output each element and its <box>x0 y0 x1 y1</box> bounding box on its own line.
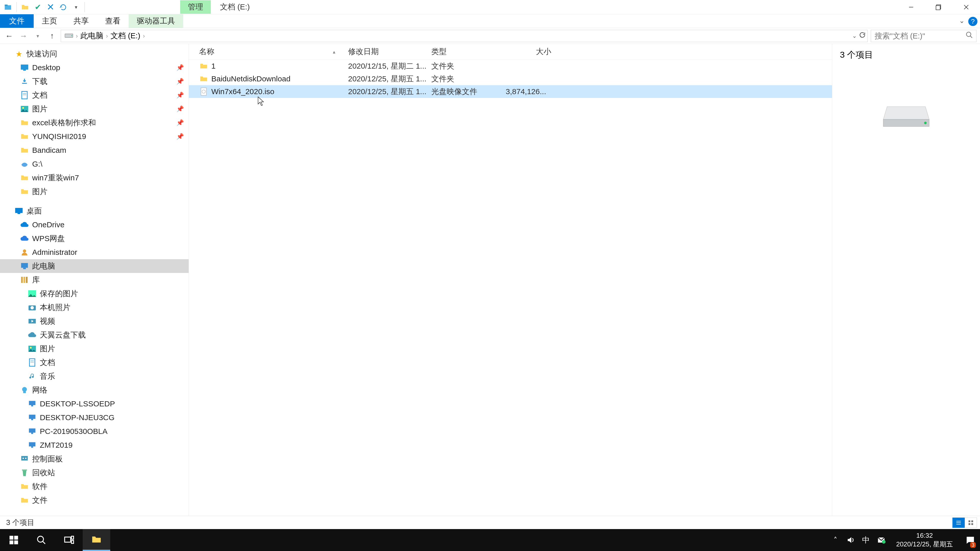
search-input[interactable] <box>875 32 973 40</box>
nav-item[interactable]: YUNQISHI2019📌 <box>0 130 189 143</box>
user-icon <box>20 248 29 257</box>
cursor-icon <box>257 97 266 109</box>
nav-back-button[interactable]: ← <box>3 30 15 41</box>
ribbon-tab-view[interactable]: 查看 <box>97 14 129 28</box>
share-icon <box>20 159 29 168</box>
chevron-right-icon[interactable]: › <box>76 32 78 40</box>
ribbon-tab-share[interactable]: 共享 <box>65 14 97 28</box>
nav-item[interactable]: 文件 <box>0 493 189 507</box>
nav-item[interactable]: ZMT2019 <box>0 438 189 452</box>
nav-label: Administrator <box>32 248 77 257</box>
ribbon-tab-drive-tools[interactable]: 驱动器工具 <box>129 14 183 28</box>
svg-rect-0 <box>5 5 11 10</box>
nav-item[interactable]: DESKTOP-LSSOEDP <box>0 397 189 411</box>
nav-item[interactable]: 本机照片 <box>0 300 189 314</box>
nav-item[interactable]: win7重装win7 <box>0 171 189 185</box>
column-date[interactable]: 修改日期 <box>348 46 431 57</box>
security-icon[interactable] <box>876 535 886 545</box>
task-view-button[interactable] <box>55 529 83 551</box>
folder-icon[interactable] <box>21 3 29 11</box>
svg-rect-70 <box>72 536 73 539</box>
search-icon[interactable] <box>966 31 973 41</box>
maximize-button[interactable] <box>925 0 953 14</box>
view-icons-button[interactable] <box>965 518 977 528</box>
file-row[interactable]: BaiduNetdiskDownload2020/12/25, 星期五 1...… <box>189 73 832 85</box>
nav-item[interactable]: DESKTOP-NJEU3CG <box>0 411 189 424</box>
taskbar[interactable]: ˄ 中 16:32 2020/12/25, 星期五 3 <box>0 529 980 551</box>
refresh-icon[interactable] <box>859 32 866 40</box>
ribbon-tab-home[interactable]: 主页 <box>34 14 65 28</box>
nav-item[interactable]: 软件 <box>0 480 189 493</box>
column-type[interactable]: 类型 <box>431 46 500 57</box>
nav-item[interactable]: 视频 <box>0 314 189 328</box>
qat-dropdown-icon[interactable]: ▾ <box>72 3 80 11</box>
properties-check-icon[interactable]: ✔ <box>33 3 42 11</box>
nav-item[interactable]: 图片 <box>0 342 189 356</box>
delete-x-icon[interactable]: ✕ <box>46 3 55 11</box>
pin-icon: 📌 <box>177 119 184 126</box>
svg-rect-12 <box>23 70 26 71</box>
nav-desktop-header[interactable]: 桌面 <box>0 204 189 218</box>
tray-overflow-icon[interactable]: ˄ <box>830 535 840 545</box>
svg-rect-34 <box>29 359 35 366</box>
search-button[interactable] <box>27 529 55 551</box>
undo-icon[interactable] <box>59 3 68 11</box>
nav-network-header[interactable]: 网络 <box>0 383 189 397</box>
nav-label: 保存的图片 <box>40 289 78 299</box>
video-icon <box>27 317 37 326</box>
column-headers[interactable]: 名称 ▴ 修改日期 类型 大小 <box>189 44 832 60</box>
nav-history-dropdown[interactable]: ▾ <box>32 30 43 41</box>
nav-quick-access[interactable]: ★ 快速访问 <box>0 47 189 61</box>
file-row[interactable]: 12020/12/15, 星期二 1...文件夹 <box>189 60 832 73</box>
breadcrumb-segment[interactable]: 文档 (E:) <box>110 30 140 41</box>
nav-item[interactable]: 音乐 <box>0 369 189 383</box>
nav-item[interactable]: G:\ <box>0 157 189 171</box>
nav-item[interactable]: 下载📌 <box>0 75 189 88</box>
nav-item[interactable]: 保存的图片 <box>0 287 189 300</box>
nav-item[interactable]: WPS网盘 <box>0 232 189 245</box>
view-details-button[interactable] <box>953 518 965 528</box>
minimize-button[interactable] <box>897 0 925 14</box>
nav-item[interactable]: PC-20190530OBLA <box>0 424 189 438</box>
chevron-right-icon[interactable]: › <box>106 32 108 40</box>
breadcrumb-dropdown-icon[interactable]: ⌄ <box>852 33 857 39</box>
ribbon-expand-icon[interactable]: ⌄ <box>959 17 965 26</box>
nav-item[interactable]: OneDrive <box>0 218 189 232</box>
nav-item[interactable]: Administrator <box>0 245 189 259</box>
nav-item[interactable]: 图片📌 <box>0 102 189 116</box>
nav-item[interactable]: 图片 <box>0 185 189 198</box>
nav-item[interactable]: Desktop📌 <box>0 61 189 75</box>
start-button[interactable] <box>0 529 27 551</box>
close-button[interactable] <box>953 0 980 14</box>
notifications-button[interactable]: 3 <box>963 529 978 551</box>
file-row[interactable]: Win7x64_2020.iso2020/12/25, 星期五 1...光盘映像… <box>189 85 832 98</box>
column-size[interactable]: 大小 <box>500 46 551 57</box>
ribbon-tab-file[interactable]: 文件 <box>0 14 34 28</box>
nav-item[interactable]: 控制面板 <box>0 452 189 466</box>
volume-icon[interactable] <box>845 535 856 545</box>
nav-item[interactable]: 文档📌 <box>0 88 189 102</box>
nav-item[interactable]: 此电脑 <box>0 259 189 273</box>
nav-item[interactable]: 文档 <box>0 356 189 369</box>
column-name[interactable]: 名称 ▴ <box>199 46 348 57</box>
taskbar-explorer[interactable] <box>83 529 110 551</box>
nav-forward-button[interactable]: → <box>18 30 29 41</box>
svg-rect-43 <box>29 429 35 433</box>
address-bar[interactable]: › 此电脑 › 文档 (E:) › ⌄ <box>61 30 868 42</box>
taskbar-clock[interactable]: 16:32 2020/12/25, 星期五 <box>891 531 958 549</box>
nav-item[interactable]: 回收站 <box>0 466 189 480</box>
search-box[interactable] <box>871 30 977 42</box>
breadcrumb-root[interactable]: 此电脑 <box>80 30 103 41</box>
nav-item[interactable]: excel表格制作求和📌 <box>0 116 189 130</box>
nav-item[interactable]: Bandicam <box>0 143 189 157</box>
clock-time: 16:32 <box>896 531 953 540</box>
chevron-right-icon[interactable]: › <box>143 32 145 40</box>
svg-rect-50 <box>22 470 27 471</box>
nav-up-button[interactable]: ↑ <box>46 30 58 41</box>
folder-icon <box>20 482 29 491</box>
nav-item[interactable]: 天翼云盘下载 <box>0 328 189 342</box>
navigation-tree[interactable]: ★ 快速访问 Desktop📌下载📌文档📌图片📌excel表格制作求和📌YUNQ… <box>0 44 189 516</box>
help-icon[interactable]: ? <box>968 17 977 26</box>
ime-indicator[interactable]: 中 <box>861 535 871 545</box>
nav-item[interactable]: 库 <box>0 273 189 287</box>
